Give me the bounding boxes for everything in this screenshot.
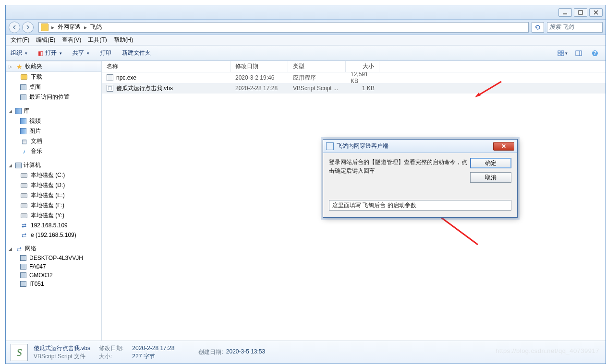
detail-mod-value: 2020-2-28 17:28 [132,345,174,352]
file-row[interactable]: 傻瓜式运行点击我.vbs 2020-2-28 17:28 VBScript Sc… [102,83,606,94]
collapse-icon: ◢ [9,109,13,114]
sidebar-libraries-header[interactable]: ◢ 库 [6,106,101,116]
close-button[interactable] [589,8,603,17]
refresh-button[interactable] [532,22,544,33]
expand-icon: ▷ [9,64,13,69]
tool-organize[interactable]: 组织 [11,49,27,57]
sidebar-item-disk-e[interactable]: 本地磁盘 (E:) [6,190,101,200]
exe-icon [107,74,113,81]
detail-filename: 傻瓜式运行点击我.vbs [34,344,90,352]
detail-size-value: 227 字节 [132,352,174,361]
pc-icon [20,255,26,261]
sidebar-item-downloads[interactable]: 下载 [6,72,101,82]
disk-icon [21,193,27,198]
menu-help[interactable]: 帮助(H) [114,36,133,44]
detail-mod-label: 修改日期: [99,344,123,352]
detail-sub: VBScript Script 文件 [34,352,90,361]
document-icon: ▤ [20,138,28,145]
tool-open[interactable]: ◧打开 [38,49,62,57]
network-drive-icon: ⇄ [20,222,28,229]
sidebar-item-network-pc[interactable]: DESKTOP-4L3VVJH [6,254,101,262]
col-name[interactable]: 名称 [102,61,230,72]
sidebar-label: 库 [24,107,29,115]
disk-icon [21,213,27,218]
sidebar-item-network-pc[interactable]: IT051 [6,280,101,288]
search-input[interactable]: 搜索 飞鸽 [547,22,603,33]
menu-tools[interactable]: 工具(T) [88,36,107,44]
col-date[interactable]: 修改日期 [230,61,288,72]
svg-rect-1 [579,11,582,14]
addressbar: ▸ 外网穿透 ▸ 飞鸽 搜索 飞鸽 [6,20,606,35]
col-size[interactable]: 大小 [346,61,379,72]
dialog-message: 登录网站后台的【隧道管理】查看完整的启动命令，点击确定后键入回车 [329,158,470,183]
collapse-icon: ◢ [9,163,13,168]
vbs-icon [107,85,113,92]
dialog-close-button[interactable]: ✕ [493,142,514,151]
breadcrumb-segment[interactable]: 外网穿透 [55,23,83,32]
dialog-input[interactable]: 这里面填写 飞鸽后台 的启动参数 [329,200,511,211]
sidebar-item-network-drive[interactable]: ⇄e (192.168.5.109) [6,230,101,240]
search-placeholder: 搜索 飞鸽 [549,23,574,31]
sidebar-item-music[interactable]: ♪音乐 [6,146,101,156]
svg-rect-5 [561,51,564,53]
sidebar-item-documents[interactable]: ▤文档 [6,136,101,146]
computer-icon [15,163,22,168]
star-icon: ★ [15,63,23,70]
sidebar-item-network-drive[interactable]: ⇄192.168.5.109 [6,221,101,230]
sidebar-item-network-pc[interactable]: FA047 [6,262,101,271]
sidebar-favorites-header[interactable]: ▷ ★ 收藏夹 [6,61,101,72]
toolbar: 组织 ◧打开 共享 打印 新建文件夹 ? [6,46,606,61]
breadcrumb-segment[interactable]: 飞鸽 [88,23,104,32]
menu-file[interactable]: 文件(F) [11,36,29,44]
network-icon: ⇄ [15,245,23,253]
network-drive-icon: ⇄ [20,231,28,239]
forward-button[interactable] [22,22,34,33]
column-headers: 名称 修改日期 类型 大小 [102,61,606,72]
menu-view[interactable]: 查看(V) [62,36,81,44]
menubar: 文件(F) 编辑(E) 查看(V) 工具(T) 帮助(H) [6,35,606,46]
disk-icon [21,173,27,178]
maximize-button[interactable] [574,8,587,17]
col-type[interactable]: 类型 [288,61,346,72]
sidebar-item-desktop[interactable]: 桌面 [6,82,101,92]
sidebar-item-network-pc[interactable]: GMO032 [6,271,101,280]
ok-button[interactable]: 确定 [470,158,511,168]
sidebar-item-recent[interactable]: 最近访问的位置 [6,92,101,102]
disk-icon [21,203,27,208]
desktop-icon [20,84,26,90]
sidebar-item-videos[interactable]: 视频 [6,116,101,126]
chevron-right-icon: ▸ [83,24,88,31]
sidebar-item-pictures[interactable]: 图片 [6,126,101,136]
tool-print[interactable]: 打印 [100,49,111,57]
breadcrumb[interactable]: ▸ 外网穿透 ▸ 飞鸽 [38,22,529,33]
sidebar-item-disk-y[interactable]: 本地磁盘 (Y:) [6,211,101,221]
folder-icon [41,23,48,31]
sidebar-item-disk-f[interactable]: 本地磁盘 (F:) [6,200,101,211]
pc-icon [20,264,26,270]
preview-pane-button[interactable] [573,48,584,59]
file-row[interactable]: npc.exe 2020-3-2 19:46 应用程序 12,591 KB [102,72,606,83]
help-button[interactable]: ? [589,48,601,59]
cancel-button[interactable]: 取消 [470,172,511,183]
minimize-button[interactable] [558,8,572,17]
view-options-button[interactable] [557,48,568,59]
tool-share[interactable]: 共享 [73,49,89,57]
chevron-right-icon: ▸ [50,24,55,31]
svg-text:?: ? [593,50,596,57]
sidebar-network-header[interactable]: ◢ ⇄ 网络 [6,244,101,254]
sidebar-item-disk-d[interactable]: 本地磁盘 (D:) [6,180,101,190]
input-dialog: 飞鸽内网穿透客户端 ✕ 登录网站后台的【隧道管理】查看完整的启动命令，点击确定后… [323,139,518,218]
menu-edit[interactable]: 编辑(E) [36,36,55,44]
tool-new-folder[interactable]: 新建文件夹 [122,49,151,57]
watermark: https://blog.csdn.net/qq_40739917 [496,347,599,354]
detail-created-label: 创建日期: [198,348,223,356]
video-icon [20,118,26,124]
dialog-titlebar: 飞鸽内网穿透客户端 ✕ [323,140,517,153]
sidebar-computer-header[interactable]: ◢ 计算机 [6,160,101,170]
disk-icon [21,183,27,188]
sidebar-item-disk-c[interactable]: 本地磁盘 (C:) [6,170,101,180]
app-icon [326,142,334,150]
back-button[interactable] [9,22,20,33]
pc-icon [20,272,26,278]
file-type-icon: S [11,344,28,361]
